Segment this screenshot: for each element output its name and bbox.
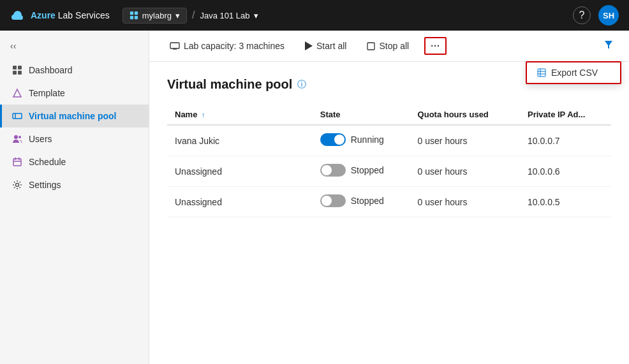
sidebar-nav: Dashboard Template Virtual machine pool …: [0, 59, 149, 196]
stop-all-button[interactable]: Stop all: [362, 38, 414, 54]
toggle-3: Stopped: [320, 194, 384, 207]
collapse-icon: ‹‹: [10, 41, 16, 51]
cell-state-3: Stopped: [313, 187, 410, 217]
svg-marker-21: [305, 41, 313, 50]
filter-button[interactable]: [603, 40, 614, 52]
export-csv-label: Export CSV: [551, 68, 598, 78]
col-header-ip[interactable]: Private IP Ad...: [520, 105, 611, 125]
table-icon: [537, 68, 546, 77]
brand-azure: Azure: [31, 10, 56, 20]
toggle-1: Running: [320, 133, 384, 146]
breadcrumb-separator: /: [192, 10, 195, 21]
content-area: Lab capacity: 3 machines Start all Stop …: [149, 31, 629, 364]
svg-rect-13: [13, 159, 21, 166]
org-name: mylabrg: [142, 11, 172, 20]
svg-rect-9: [13, 113, 22, 119]
cell-quota-3: 0 user hours: [410, 187, 520, 217]
svg-rect-24: [538, 69, 545, 76]
vm-table: Name ↑ State Quota hours used Private IP…: [167, 105, 611, 217]
cell-state-2: Stopped: [313, 156, 410, 187]
topbar: Azure Lab Services mylabrg ▾ / Java 101 …: [0, 0, 629, 31]
page-content: Virtual machine pool ⓘ Name ↑ State: [149, 62, 629, 364]
toggle-knob-1: [334, 135, 344, 145]
monitor-icon: [170, 42, 180, 50]
filter-icon: [603, 40, 614, 50]
settings-label: Settings: [29, 180, 61, 190]
sort-arrow-name: ↑: [202, 111, 205, 119]
svg-rect-2: [130, 16, 133, 19]
dropdown-menu: Export CSV: [526, 61, 621, 84]
sidebar-item-template[interactable]: Template: [0, 82, 149, 105]
toggle-switch-3[interactable]: [320, 194, 346, 207]
cell-name-3: Unassigned: [167, 187, 313, 217]
template-icon: [12, 88, 22, 98]
table-row: Ivana Jukic Running 0 user hours 10.0.: [167, 125, 611, 156]
svg-marker-8: [13, 89, 21, 97]
main-layout: ‹‹ Dashboard Template Virtual machine po…: [0, 31, 629, 364]
sidebar-item-dashboard[interactable]: Dashboard: [0, 59, 149, 82]
help-button[interactable]: ?: [573, 6, 591, 24]
template-label: Template: [29, 88, 65, 98]
lab-capacity-label: Lab capacity: 3 machines: [184, 41, 285, 51]
lab-selector[interactable]: Java 101 Lab ▾: [200, 11, 258, 20]
schedule-icon: [12, 157, 22, 167]
cell-name-1: Ivana Jukic: [167, 125, 313, 156]
cell-ip-1: 10.0.0.7: [520, 125, 611, 156]
breadcrumb: mylabrg ▾ / Java 101 Lab ▾: [122, 8, 573, 24]
dashboard-label: Dashboard: [29, 65, 73, 75]
toggle-switch-1[interactable]: [320, 133, 346, 146]
col-header-name[interactable]: Name ↑: [167, 105, 313, 125]
svg-rect-3: [135, 16, 138, 19]
vm-pool-icon: [12, 111, 22, 121]
svg-rect-6: [13, 71, 17, 75]
start-all-button[interactable]: Start all: [300, 38, 352, 54]
sidebar-collapse-button[interactable]: ‹‹: [0, 36, 149, 56]
settings-icon: [12, 180, 22, 190]
table-header: Name ↑ State Quota hours used Private IP…: [167, 105, 611, 125]
org-selector[interactable]: mylabrg ▾: [122, 8, 187, 24]
svg-point-11: [14, 135, 18, 139]
cell-ip-2: 10.0.0.6: [520, 156, 611, 187]
sidebar-item-users[interactable]: Users: [0, 127, 149, 150]
play-icon: [305, 41, 313, 50]
toggle-switch-2[interactable]: [320, 164, 346, 177]
svg-rect-4: [13, 66, 17, 69]
toggle-2: Stopped: [320, 164, 384, 177]
export-csv-item[interactable]: Export CSV: [527, 62, 620, 83]
users-icon: [12, 134, 22, 144]
sidebar: ‹‹ Dashboard Template Virtual machine po…: [0, 31, 149, 364]
state-text-1: Running: [351, 135, 384, 145]
svg-marker-23: [605, 41, 612, 48]
cell-name-2: Unassigned: [167, 156, 313, 187]
brand-suffix: Lab Services: [56, 10, 110, 20]
cell-ip-3: 10.0.0.5: [520, 187, 611, 217]
cell-quota-1: 0 user hours: [410, 125, 520, 156]
info-icon[interactable]: ⓘ: [297, 79, 306, 91]
page-title: Virtual machine pool: [167, 77, 292, 92]
svg-point-17: [16, 184, 19, 187]
lab-chevron: ▾: [254, 11, 258, 20]
col-header-quota[interactable]: Quota hours used: [410, 105, 520, 125]
svg-rect-22: [367, 43, 374, 50]
svg-point-12: [18, 136, 21, 138]
start-all-label: Start all: [316, 41, 346, 51]
sidebar-item-settings[interactable]: Settings: [0, 173, 149, 196]
avatar[interactable]: SH: [598, 5, 619, 25]
state-text-3: Stopped: [351, 196, 384, 206]
svg-rect-7: [18, 71, 22, 75]
sidebar-item-vm-pool[interactable]: Virtual machine pool: [0, 105, 149, 127]
col-header-state[interactable]: State: [313, 105, 410, 125]
cell-quota-2: 0 user hours: [410, 156, 520, 187]
more-options-button[interactable]: ···: [424, 37, 447, 55]
svg-rect-5: [18, 66, 22, 69]
svg-rect-18: [170, 43, 179, 48]
topbar-logo: Azure Lab Services: [10, 8, 110, 23]
stop-icon: [367, 42, 375, 50]
toggle-knob-2: [322, 165, 332, 175]
topbar-right: ? SH: [573, 5, 619, 25]
sidebar-item-schedule[interactable]: Schedule: [0, 150, 149, 173]
vm-pool-label: Virtual machine pool: [29, 111, 116, 121]
lab-capacity-item: Lab capacity: 3 machines: [165, 38, 290, 54]
org-chevron: ▾: [175, 11, 180, 20]
cloud-icon: [10, 8, 26, 23]
